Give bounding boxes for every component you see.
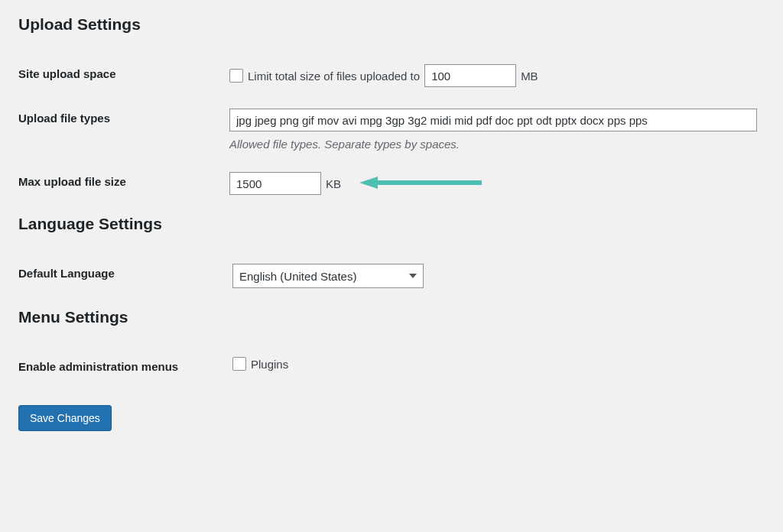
- default-language-select[interactable]: English (United States): [232, 264, 424, 288]
- limit-upload-input[interactable]: [424, 64, 516, 87]
- max-upload-input[interactable]: [229, 172, 321, 195]
- plugins-checkbox[interactable]: [232, 357, 246, 371]
- menu-settings-heading: Menu Settings: [18, 308, 765, 326]
- svg-marker-1: [359, 177, 378, 189]
- limit-upload-checkbox[interactable]: [229, 69, 243, 83]
- upload-file-types-description: Allowed file types. Separate types by sp…: [229, 138, 757, 151]
- default-language-label: Default Language: [18, 253, 232, 299]
- save-button[interactable]: Save Changes: [18, 405, 112, 431]
- upload-file-types-input[interactable]: [229, 109, 757, 131]
- upload-settings-heading: Upload Settings: [18, 15, 765, 34]
- limit-upload-label: Limit total size of files uploaded to: [248, 70, 420, 83]
- arrow-icon: [359, 175, 482, 193]
- upload-file-types-label: Upload file types: [18, 98, 229, 161]
- enable-admin-menus-label: Enable administration menus: [18, 346, 232, 387]
- max-upload-label: Max upload file size: [18, 161, 229, 206]
- language-settings-heading: Language Settings: [18, 215, 765, 233]
- limit-upload-unit: MB: [521, 70, 538, 83]
- plugins-label: Plugins: [251, 358, 288, 371]
- max-upload-unit: KB: [326, 177, 341, 190]
- site-upload-space-label: Site upload space: [18, 54, 229, 98]
